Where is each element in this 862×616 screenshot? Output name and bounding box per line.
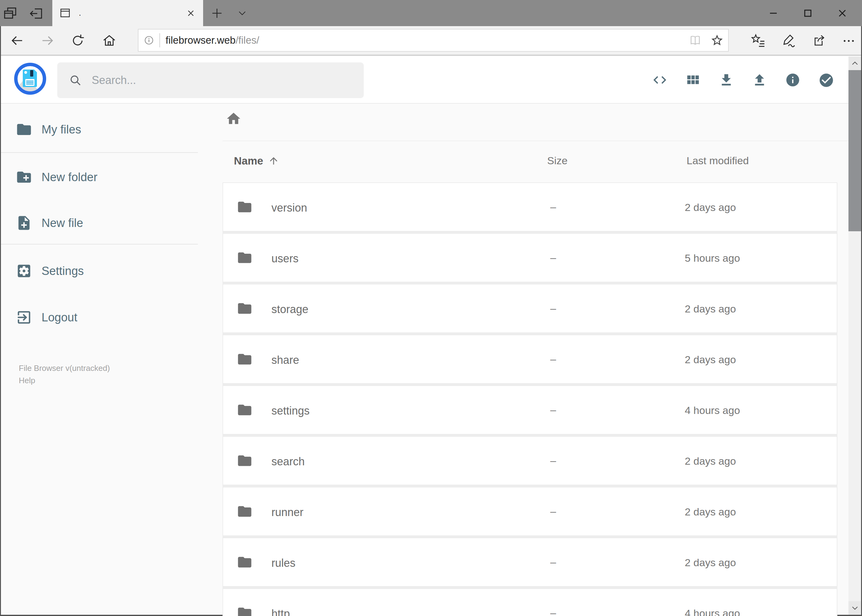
reading-view-icon (688, 33, 702, 47)
sidebar: My files New folder New file Settings (1, 104, 200, 615)
folder-icon (236, 503, 253, 519)
annotate-button[interactable] (781, 33, 796, 48)
share-button[interactable] (812, 33, 827, 48)
set-tabs-aside-icon (28, 6, 43, 20)
close-icon (835, 6, 850, 20)
tabs-chevron-icon (237, 8, 247, 19)
column-header-size[interactable]: Size (547, 155, 567, 167)
folder-icon (236, 250, 253, 266)
table-row[interactable]: share – 2 days ago (222, 335, 837, 384)
header-actions (652, 57, 834, 103)
home-button[interactable] (102, 33, 117, 48)
column-header-label: Name (234, 155, 263, 167)
code-icon (652, 72, 668, 88)
sidebar-item-settings[interactable]: Settings (1, 261, 84, 281)
sidebar-item-my-files[interactable]: My files (1, 119, 81, 139)
refresh-button[interactable] (71, 33, 85, 48)
set-tabs-aside-button[interactable] (28, 6, 44, 21)
sidebar-item-label: Settings (41, 264, 84, 278)
info-button[interactable] (785, 72, 801, 88)
star-icon (710, 33, 724, 47)
table-row[interactable]: search – 2 days ago (222, 436, 837, 485)
sidebar-item-label: My files (41, 123, 81, 136)
code-view-button[interactable] (652, 72, 668, 88)
file-name: rules (271, 557, 295, 570)
scroll-up-button[interactable] (848, 57, 861, 70)
create-new-folder-icon (16, 169, 32, 185)
tabs-set-aside-button[interactable] (2, 6, 18, 21)
download-button[interactable] (719, 72, 734, 88)
scroll-up-icon (851, 59, 859, 68)
sidebar-item-label: Logout (41, 311, 77, 324)
more-icon (841, 33, 856, 48)
search-input[interactable] (91, 74, 345, 87)
floppy-disk-icon (23, 69, 37, 87)
column-header-modified[interactable]: Last modified (687, 155, 749, 167)
back-button[interactable] (9, 33, 24, 48)
titlebar: . (0, 0, 862, 26)
info-circle-icon (143, 34, 155, 46)
file-name: http (271, 607, 290, 616)
sidebar-item-new-file[interactable]: New file (1, 213, 83, 233)
upload-button[interactable] (752, 72, 767, 88)
sidebar-item-new-folder[interactable]: New folder (1, 167, 98, 187)
file-name: settings (271, 404, 310, 417)
browser-tab[interactable]: . (52, 0, 203, 26)
close-window-button[interactable] (825, 0, 860, 26)
forward-icon (40, 33, 55, 48)
maximize-icon (801, 6, 815, 20)
table-row[interactable]: storage – 2 days ago (222, 284, 837, 333)
breadcrumb-home-button[interactable] (225, 111, 241, 127)
column-header-name[interactable]: Name (234, 155, 279, 167)
file-modified: 2 days ago (685, 557, 736, 569)
filebrowser-logo[interactable] (14, 63, 46, 95)
select-multiple-button[interactable] (818, 72, 834, 88)
maximize-button[interactable] (791, 0, 825, 26)
address-bar[interactable]: filebrowser.web/files/ (138, 29, 729, 52)
browser-toolbar: filebrowser.web/files/ (0, 26, 862, 56)
sidebar-item-label: New file (41, 217, 83, 230)
tab-close-button[interactable] (185, 8, 196, 19)
more-menu-button[interactable] (841, 33, 856, 48)
new-tab-plus-icon (211, 7, 224, 20)
table-row[interactable]: rules – 2 days ago (222, 537, 837, 587)
reading-view-button[interactable] (688, 33, 702, 47)
table-row[interactable]: runner – 2 days ago (222, 487, 837, 536)
file-size: – (550, 353, 556, 365)
new-tab-button[interactable] (209, 6, 225, 21)
column-header-label: Size (547, 155, 567, 167)
table-row[interactable]: users – 5 hours ago (222, 233, 837, 282)
file-modified: 4 hours ago (685, 404, 740, 416)
forward-button[interactable] (40, 33, 55, 48)
scrollbar-thumb[interactable] (848, 70, 861, 231)
minimize-icon (766, 6, 781, 20)
url-path: /files/ (235, 35, 259, 46)
minimize-button[interactable] (756, 0, 791, 26)
file-size: – (550, 505, 556, 517)
sidebar-item-logout[interactable]: Logout (1, 308, 77, 327)
file-size: – (550, 454, 556, 467)
upload-icon (752, 72, 767, 88)
help-link[interactable]: Help (19, 374, 110, 387)
home-nav-icon (102, 33, 117, 48)
folder-icon (236, 453, 253, 469)
file-list: version – 2 days ago users – 5 hours ago… (222, 182, 837, 616)
new-file-icon (16, 215, 32, 231)
sort-arrow-up-icon (268, 155, 279, 167)
url-host: filebrowser.web (165, 35, 235, 46)
table-row[interactable]: settings – 4 hours ago (222, 385, 837, 435)
search-bar[interactable] (57, 63, 364, 98)
logout-icon (16, 309, 32, 326)
page-scrollbar[interactable] (848, 57, 861, 615)
folder-icon (16, 121, 32, 138)
favorites-hub-button[interactable] (750, 33, 765, 48)
file-size: – (550, 201, 556, 213)
grid-view-button[interactable] (686, 72, 701, 88)
table-row[interactable]: version – 2 days ago (222, 182, 837, 232)
file-name: version (271, 201, 307, 214)
add-favorite-button[interactable] (710, 33, 724, 47)
table-row[interactable]: http – 4 hours ago (222, 588, 837, 616)
file-size: – (550, 607, 556, 616)
scroll-down-button[interactable] (848, 601, 861, 615)
tab-list-dropdown-button[interactable] (235, 6, 250, 21)
